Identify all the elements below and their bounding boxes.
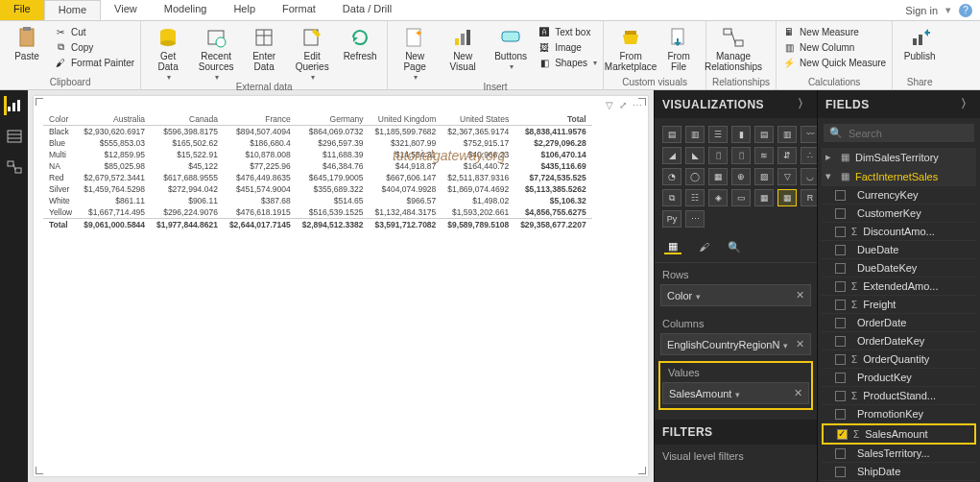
tab-home[interactable]: Home: [44, 0, 101, 20]
enter-data-button[interactable]: Enter Data: [243, 23, 285, 82]
viz-slicer[interactable]: ▭: [731, 189, 751, 206]
more-icon[interactable]: ⋯: [633, 100, 642, 110]
field-orderquantity[interactable]: ΣOrderQuantity: [822, 350, 976, 369]
checkbox[interactable]: [835, 190, 846, 201]
matrix-visual[interactable]: ColorAustraliaCanadaFranceGermanyUnited …: [43, 113, 592, 230]
viz-matrix[interactable]: ▦: [777, 189, 797, 206]
viz-100col[interactable]: ▥: [777, 126, 797, 143]
shapes-button[interactable]: ◧Shapes: [538, 56, 597, 69]
remove-icon[interactable]: ✕: [796, 289, 804, 301]
field-orderdate[interactable]: OrderDate: [822, 314, 976, 332]
viz-funnel[interactable]: ▽: [777, 168, 797, 185]
viz-filled-map[interactable]: ▨: [754, 168, 774, 185]
viz-clustered-column[interactable]: ▮: [731, 126, 751, 143]
paste-button[interactable]: Paste: [6, 23, 48, 77]
new-measure-button[interactable]: 🖩New Measure: [782, 25, 886, 38]
filter-icon[interactable]: ▽: [606, 100, 613, 110]
checkbox[interactable]: [835, 300, 846, 310]
field-salesamount[interactable]: ΣSalesAmount: [822, 423, 976, 445]
field-orderdatekey[interactable]: OrderDateKey: [822, 332, 976, 350]
table-dimsalesterritory[interactable]: ▸▦DimSalesTerritory: [822, 148, 976, 167]
tab-format[interactable]: Format: [269, 0, 329, 20]
new-column-button[interactable]: ▥New Column: [782, 40, 886, 54]
viz-card[interactable]: ⧉: [662, 189, 681, 206]
viz-combo1[interactable]: ⌷: [708, 147, 728, 164]
format-painter-button[interactable]: 🖌Format Painter: [54, 56, 134, 69]
field-promotionkey[interactable]: PromotionKey: [822, 405, 976, 423]
edit-queries-button[interactable]: Edit Queries: [291, 23, 333, 82]
chevron-down-icon[interactable]: ▾: [945, 4, 951, 16]
search-input[interactable]: [849, 128, 980, 139]
checkbox[interactable]: [835, 208, 846, 219]
report-canvas[interactable]: ▽ ⤢ ⋯ ColorAustraliaCanadaFranceGermanyU…: [28, 90, 654, 482]
recent-sources-button[interactable]: Recent Sources: [195, 23, 237, 82]
table-factinternetsales[interactable]: ▾▦FactInternetSales: [822, 167, 976, 186]
viz-pie[interactable]: ◔: [662, 168, 681, 185]
data-view-button[interactable]: [4, 127, 25, 146]
model-view-button[interactable]: [4, 157, 25, 177]
manage-relationships-button[interactable]: Manage Relationships: [712, 23, 754, 77]
checkbox[interactable]: [835, 263, 846, 274]
field-productstand[interactable]: ΣProductStand...: [822, 387, 976, 405]
viz-more[interactable]: ⋯: [685, 210, 705, 228]
field-currencykey[interactable]: CurrencyKey: [822, 186, 976, 205]
analytics-tab[interactable]: 🔍: [726, 239, 743, 254]
field-duedate[interactable]: DueDate: [822, 241, 976, 259]
checkbox[interactable]: [835, 448, 846, 459]
new-visual-button[interactable]: New Visual: [442, 23, 484, 82]
viz-treemap[interactable]: ▦: [708, 168, 728, 185]
signin-link[interactable]: Sign in: [905, 5, 938, 16]
field-duedatekey[interactable]: DueDateKey: [822, 259, 976, 277]
fields-search[interactable]: 🔍: [824, 124, 974, 142]
viz-combo2[interactable]: ⌷: [731, 147, 751, 164]
image-button[interactable]: 🖼Image: [538, 40, 597, 54]
buttons-button[interactable]: Buttons: [490, 23, 532, 82]
publish-button[interactable]: Publish: [898, 23, 941, 77]
format-tab[interactable]: 🖌: [695, 239, 712, 254]
viz-area[interactable]: ◢: [662, 147, 681, 164]
remove-icon[interactable]: ✕: [794, 387, 802, 399]
tab-datadrill[interactable]: Data / Drill: [329, 0, 405, 20]
help-icon[interactable]: ?: [959, 4, 972, 17]
focus-icon[interactable]: ⤢: [619, 100, 627, 110]
viz-map[interactable]: ⊕: [731, 168, 751, 185]
viz-py[interactable]: Py: [662, 210, 681, 228]
viz-multi-card[interactable]: ☷: [685, 189, 705, 206]
columns-well[interactable]: EnglishCountryRegionN✕: [660, 333, 811, 355]
from-marketplace-button[interactable]: From Marketplace: [610, 23, 652, 77]
tab-view[interactable]: View: [101, 0, 151, 20]
new-quick-measure-button[interactable]: ⚡New Quick Measure: [782, 56, 886, 69]
textbox-button[interactable]: 🅰Text box: [538, 25, 597, 38]
values-well[interactable]: SalesAmount✕: [662, 382, 809, 404]
checkbox[interactable]: [835, 391, 846, 401]
field-customerkey[interactable]: CustomerKey: [822, 205, 976, 223]
viz-100bar[interactable]: ▤: [754, 126, 774, 143]
checkbox[interactable]: [835, 336, 846, 347]
viz-stacked-bar[interactable]: ▤: [662, 126, 681, 143]
checkbox[interactable]: [835, 467, 846, 477]
tab-help[interactable]: Help: [220, 0, 269, 20]
viz-waterfall[interactable]: ⇵: [777, 147, 797, 164]
refresh-button[interactable]: Refresh: [339, 23, 381, 82]
field-shipdate[interactable]: ShipDate: [822, 463, 976, 481]
checkbox[interactable]: [837, 429, 848, 440]
from-file-button[interactable]: From File: [657, 23, 700, 77]
copy-button[interactable]: ⧉Copy: [54, 40, 134, 54]
viz-kpi[interactable]: ◈: [708, 189, 728, 206]
field-salesterritory[interactable]: SalesTerritory...: [822, 445, 976, 463]
viz-stacked-column[interactable]: ▥: [685, 126, 705, 143]
viz-donut[interactable]: ◯: [685, 168, 705, 185]
rows-well[interactable]: Color✕: [660, 284, 811, 306]
field-freight[interactable]: ΣFreight: [822, 296, 976, 314]
tab-modeling[interactable]: Modeling: [151, 0, 221, 20]
fields-tab[interactable]: ▦: [664, 239, 681, 254]
checkbox[interactable]: [835, 245, 846, 255]
viz-stacked-area[interactable]: ◣: [685, 147, 705, 164]
viz-clustered-bar[interactable]: ☰: [708, 126, 728, 143]
field-discountamo[interactable]: ΣDiscountAmo...: [822, 223, 976, 241]
checkbox[interactable]: [835, 227, 846, 237]
checkbox[interactable]: [835, 354, 846, 365]
checkbox[interactable]: [835, 409, 846, 420]
get-data-button[interactable]: Get Data: [147, 23, 189, 82]
field-productkey[interactable]: ProductKey: [822, 369, 976, 387]
